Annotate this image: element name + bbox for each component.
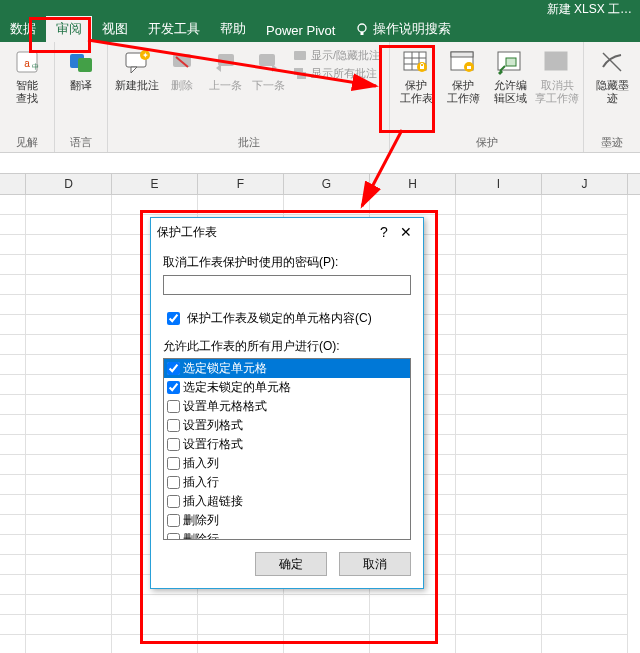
cell[interactable] [198, 615, 284, 635]
cell[interactable] [542, 275, 628, 295]
cell[interactable] [456, 355, 542, 375]
col-F[interactable]: F [198, 174, 284, 194]
cell[interactable] [26, 335, 112, 355]
cell[interactable] [112, 595, 198, 615]
allow-edit-ranges-button[interactable]: 允许编 辑区域 [488, 44, 532, 109]
grid-row[interactable] [0, 595, 640, 615]
cell[interactable] [456, 275, 542, 295]
cancel-button[interactable]: 取消 [339, 552, 411, 576]
permission-item[interactable]: 设置行格式 [164, 435, 410, 454]
cell[interactable] [26, 635, 112, 653]
cell[interactable] [198, 595, 284, 615]
cell[interactable] [284, 595, 370, 615]
tab-data[interactable]: 数据 [0, 16, 46, 42]
tab-powerpivot[interactable]: Power Pivot [256, 19, 345, 42]
cell[interactable] [542, 215, 628, 235]
cell[interactable] [456, 395, 542, 415]
col-E[interactable]: E [112, 174, 198, 194]
permission-checkbox[interactable] [167, 533, 180, 540]
cell[interactable] [456, 595, 542, 615]
col-H[interactable]: H [370, 174, 456, 194]
cell[interactable] [542, 515, 628, 535]
cell[interactable] [112, 615, 198, 635]
cell[interactable] [456, 315, 542, 335]
cell[interactable] [456, 415, 542, 435]
grid-row[interactable] [0, 195, 640, 215]
cell[interactable] [456, 555, 542, 575]
cell[interactable] [456, 235, 542, 255]
cell[interactable] [26, 515, 112, 535]
permission-item[interactable]: 设置列格式 [164, 416, 410, 435]
grid-row[interactable] [0, 615, 640, 635]
cell[interactable] [542, 475, 628, 495]
cell[interactable] [456, 255, 542, 275]
permission-item[interactable]: 选定锁定单元格 [164, 359, 410, 378]
cell[interactable] [542, 595, 628, 615]
col-G[interactable]: G [284, 174, 370, 194]
cell[interactable] [370, 635, 456, 653]
dialog-titlebar[interactable]: 保护工作表 ? ✕ [151, 218, 423, 246]
close-button[interactable]: ✕ [395, 224, 417, 240]
col-parts[interactable] [0, 174, 26, 194]
cell[interactable] [456, 455, 542, 475]
tab-developer[interactable]: 开发工具 [138, 16, 210, 42]
cell[interactable] [26, 455, 112, 475]
permission-checkbox[interactable] [167, 400, 180, 413]
cell[interactable] [542, 435, 628, 455]
permission-item[interactable]: 删除列 [164, 511, 410, 530]
permission-item[interactable]: 设置单元格格式 [164, 397, 410, 416]
cell[interactable] [26, 555, 112, 575]
cell[interactable] [370, 195, 456, 215]
formula-bar[interactable] [0, 153, 640, 174]
permission-checkbox[interactable] [167, 419, 180, 432]
cell[interactable] [26, 235, 112, 255]
cell[interactable] [284, 195, 370, 215]
protect-sheet-button[interactable]: 保护 工作表 [394, 44, 438, 109]
smart-lookup-button[interactable]: a中 智能 查找 [5, 44, 49, 109]
cell[interactable] [198, 195, 284, 215]
cell[interactable] [26, 295, 112, 315]
cell[interactable] [542, 335, 628, 355]
cell[interactable] [26, 355, 112, 375]
cell[interactable] [456, 295, 542, 315]
cell[interactable] [26, 215, 112, 235]
cell[interactable] [542, 355, 628, 375]
cell[interactable] [26, 615, 112, 635]
ok-button[interactable]: 确定 [255, 552, 327, 576]
permission-checkbox[interactable] [167, 514, 180, 527]
col-J[interactable]: J [542, 174, 628, 194]
cell[interactable] [26, 375, 112, 395]
cell[interactable] [456, 215, 542, 235]
cell[interactable] [542, 455, 628, 475]
cell[interactable] [26, 255, 112, 275]
cell[interactable] [26, 315, 112, 335]
cell[interactable] [284, 635, 370, 653]
cell[interactable] [370, 595, 456, 615]
password-input[interactable] [163, 275, 411, 295]
permission-item[interactable]: 插入列 [164, 454, 410, 473]
permissions-listbox[interactable]: 选定锁定单元格选定未锁定的单元格设置单元格格式设置列格式设置行格式插入列插入行插… [163, 358, 411, 540]
permission-checkbox[interactable] [167, 457, 180, 470]
cell[interactable] [456, 375, 542, 395]
protect-contents-checkbox[interactable] [167, 312, 180, 325]
cell[interactable] [456, 515, 542, 535]
cell[interactable] [542, 635, 628, 653]
cell[interactable] [284, 615, 370, 635]
cell[interactable] [456, 535, 542, 555]
new-comment-button[interactable]: ✦ 新建批注 [115, 44, 159, 96]
col-I[interactable]: I [456, 174, 542, 194]
tab-review[interactable]: 审阅 [46, 16, 92, 42]
cell[interactable] [198, 635, 284, 653]
cell[interactable] [112, 635, 198, 653]
cell[interactable] [542, 615, 628, 635]
translate-button[interactable]: 翻译 [59, 44, 103, 96]
cell[interactable] [542, 235, 628, 255]
cell[interactable] [456, 475, 542, 495]
cell[interactable] [456, 495, 542, 515]
cell[interactable] [542, 295, 628, 315]
tab-view[interactable]: 视图 [92, 16, 138, 42]
permission-item[interactable]: 选定未锁定的单元格 [164, 378, 410, 397]
cell[interactable] [26, 475, 112, 495]
cell[interactable] [542, 255, 628, 275]
cell[interactable] [542, 415, 628, 435]
